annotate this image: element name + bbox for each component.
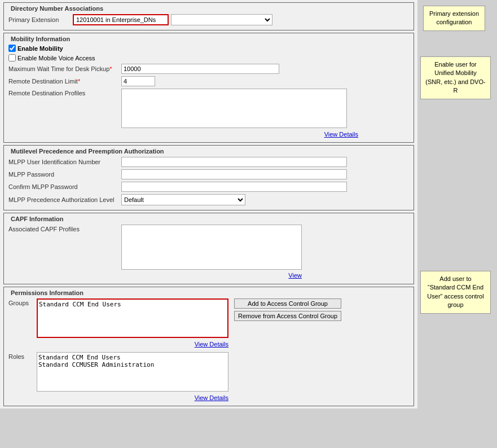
capf-section: CAPF Information Associated CAPF Profile…: [3, 213, 414, 284]
capf-profiles-textarea[interactable]: [121, 225, 302, 270]
roles-wrap: Standard CCM End Users Standard CCMUSER …: [37, 352, 228, 401]
mlpp-userid-label: MLPP User Identification Number: [8, 159, 121, 165]
groups-textarea[interactable]: Standard CCM End Users: [37, 298, 228, 338]
enable-mobility-label: Enable Mobility: [17, 45, 63, 52]
remote-dest-limit-label: Remote Destination Limit*: [8, 78, 121, 85]
access-control-buttons: Add to Access Control Group Remove from …: [234, 298, 341, 323]
enable-mobility-callout-text: Enable user for Unified Mobility (SNR, e…: [425, 61, 485, 94]
primary-extension-dropdown[interactable]: [171, 14, 272, 25]
groups-view-details-link[interactable]: View Details: [37, 341, 228, 348]
capf-view-link[interactable]: View: [288, 272, 302, 279]
remote-dest-limit-row: Remote Destination Limit*: [8, 76, 409, 86]
max-wait-input[interactable]: [121, 64, 279, 74]
enable-mobile-voice-label: Enable Mobile Voice Access: [17, 55, 95, 62]
capf-profiles-wrap: View: [121, 225, 302, 279]
enable-mobility-row: Enable Mobility: [8, 45, 409, 52]
roles-row: Roles Standard CCM End Users Standard CC…: [8, 352, 409, 401]
mlpp-title: Mutilevel Precedence and Preemption Auth…: [8, 148, 166, 155]
mlpp-password-input[interactable]: [121, 169, 347, 179]
mlpp-confirm-input[interactable]: [121, 182, 347, 192]
mlpp-confirm-label: Confirm MLPP Password: [8, 183, 121, 190]
directory-number-title: Directory Number Associations: [8, 5, 105, 12]
permissions-title: Permissions Information: [8, 289, 86, 296]
mlpp-section: Mutilevel Precedence and Preemption Auth…: [3, 145, 414, 210]
mlpp-password-row: MLPP Password: [8, 169, 409, 179]
mlpp-confirm-row: Confirm MLPP Password: [8, 182, 409, 192]
enable-mobility-callout: Enable user for Unified Mobility (SNR, e…: [420, 56, 491, 99]
mlpp-userid-input[interactable]: [121, 157, 347, 167]
directory-number-section: Directory Number Associations Primary Ex…: [3, 2, 414, 30]
add-to-access-control-button[interactable]: Add to Access Control Group: [234, 298, 341, 309]
groups-row: Groups Standard CCM End Users View Detai…: [8, 298, 409, 348]
primary-extension-label: Primary Extension: [8, 16, 71, 23]
enable-mobility-checkbox[interactable]: [8, 45, 16, 52]
remote-dest-profiles-row: Remote Destination Profiles View Details: [8, 89, 409, 138]
remote-dest-profiles-label: Remote Destination Profiles: [8, 90, 121, 96]
mobility-title: Mobility Information: [8, 36, 72, 42]
mobility-view-details-link[interactable]: View Details: [121, 131, 358, 138]
mlpp-auth-row: MLPP Precedence Authorization Level Defa…: [8, 194, 409, 205]
max-wait-row: Maximum Wait Time for Desk Pickup*: [8, 64, 409, 74]
permissions-section: Permissions Information Groups Standard …: [3, 287, 414, 406]
capf-profiles-label: Associated CAPF Profiles: [8, 226, 121, 232]
mlpp-auth-dropdown[interactable]: Default: [121, 194, 245, 205]
access-control-callout-text: Add user to “Standard CCM End User” acce…: [427, 275, 483, 308]
roles-textarea[interactable]: Standard CCM End Users Standard CCMUSER …: [37, 352, 228, 392]
enable-mobile-voice-row: Enable Mobile Voice Access: [8, 54, 409, 62]
primary-extension-callout: Primary extension configuration: [423, 6, 485, 31]
roles-view-details-link[interactable]: View Details: [37, 394, 228, 401]
mlpp-password-label: MLPP Password: [8, 171, 121, 178]
roles-label: Roles: [8, 353, 37, 360]
callout-panel: Primary extension configuration Enable u…: [417, 0, 497, 409]
max-wait-label: Maximum Wait Time for Desk Pickup*: [8, 65, 121, 72]
mlpp-userid-row: MLPP User Identification Number: [8, 157, 409, 167]
remove-from-access-control-button[interactable]: Remove from Access Control Group: [234, 311, 341, 321]
groups-wrap: Standard CCM End Users View Details: [37, 298, 228, 348]
capf-title: CAPF Information: [8, 216, 66, 222]
primary-extension-value[interactable]: 12010001 in Enterprise_DNs: [73, 14, 169, 25]
access-control-callout: Add user to “Standard CCM End User” acce…: [420, 271, 491, 314]
capf-profiles-row: Associated CAPF Profiles View: [8, 225, 409, 279]
primary-extension-row: Primary Extension 12010001 in Enterprise…: [8, 14, 409, 25]
remote-dest-profiles-wrap: View Details: [121, 89, 358, 138]
primary-extension-callout-text: Primary extension configuration: [429, 10, 479, 25]
mobility-section: Mobility Information Enable Mobility Ena…: [3, 33, 414, 143]
enable-mobile-voice-checkbox[interactable]: [8, 54, 16, 62]
mlpp-auth-label: MLPP Precedence Authorization Level: [8, 196, 121, 203]
remote-dest-limit-input[interactable]: [121, 76, 155, 86]
remote-dest-profiles-textarea[interactable]: [121, 89, 347, 128]
groups-label: Groups: [8, 300, 37, 306]
